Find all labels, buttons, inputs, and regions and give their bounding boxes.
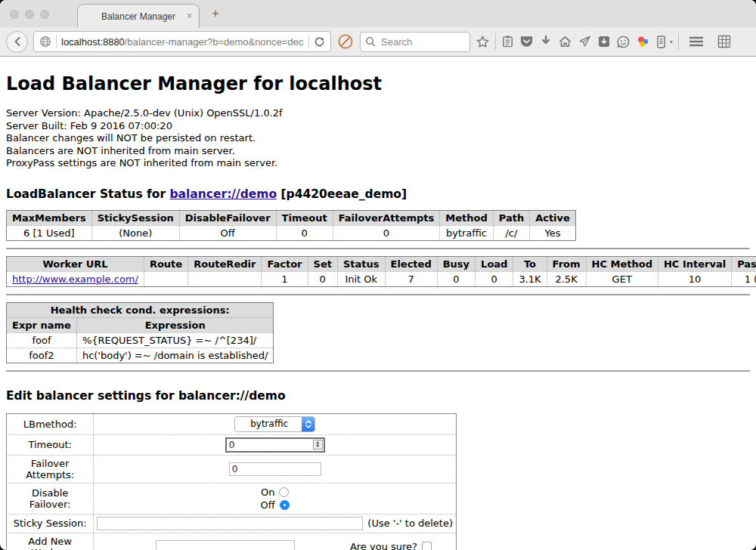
disable-failover-on-radio[interactable] [279, 487, 289, 497]
status-heading-prefix: LoadBalancer Status for [6, 187, 169, 201]
minimize-window-button[interactable] [25, 10, 34, 19]
page-title: Load Balancer Manager for localhost [6, 73, 750, 94]
balancer-demo-link[interactable]: balancer://demo [169, 187, 277, 201]
table-row: http://www.example.com/ 1 0 Init Ok 7 0 … [7, 271, 756, 286]
tracking-blocked-icon[interactable] [336, 32, 355, 51]
form-row-add-worker: Add New Worker: Are you sure? [7, 533, 457, 550]
chevron-down-icon[interactable]: ▾ [670, 39, 673, 45]
cell-expr-name: foof [7, 332, 77, 348]
number-spinner-icon[interactable]: ▲▼ [313, 440, 323, 450]
col-path: Path [493, 210, 529, 225]
persist-notice-line: Balancer changes will NOT be persisted o… [6, 132, 750, 145]
home-icon[interactable] [558, 35, 572, 48]
search-input[interactable] [380, 36, 465, 48]
site-identity-globe-icon[interactable] [39, 36, 51, 48]
are-you-sure-checkbox[interactable] [422, 542, 432, 550]
reading-list-icon[interactable] [501, 35, 514, 48]
form-row-disable-failover: Disable Failover: On Off [7, 483, 457, 514]
cell-active: Yes [530, 225, 576, 240]
col-set: Set [308, 256, 337, 271]
bookmark-star-icon[interactable] [476, 35, 490, 49]
failover-attempts-input[interactable] [229, 462, 321, 476]
close-window-button[interactable] [10, 10, 19, 19]
status-heading-suffix: [p4420eeae_demo] [277, 187, 407, 201]
colored-dots-extension-icon[interactable] [636, 35, 650, 49]
form-row-failover-attempts: Failover Attempts: [7, 455, 457, 483]
timeout-input[interactable] [225, 437, 325, 453]
search-bar[interactable] [360, 32, 470, 52]
back-button[interactable] [6, 31, 28, 53]
col-method: Method [440, 210, 493, 225]
col-elected: Elected [385, 256, 437, 271]
col-route: Route [144, 256, 187, 271]
col-hc-interval: HC Interval [658, 256, 731, 271]
lbmethod-selected-value: bytraffic [235, 419, 302, 429]
health-check-table: Health check cond. expressions: Expr nam… [6, 302, 274, 363]
reload-icon[interactable] [314, 36, 325, 48]
forum-smiley-icon[interactable] [616, 35, 631, 49]
col-factor: Factor [262, 256, 308, 271]
window-controls[interactable] [10, 10, 49, 19]
cell-method: bytraffic [440, 225, 493, 240]
cell-expression: %{REQUEST_STATUS} =~ /^[234]/ [76, 332, 274, 348]
sticky-session-input[interactable] [97, 517, 363, 530]
cell-expression: hc('body') =~ /domain is established/ [76, 348, 274, 363]
col-load: Load [476, 256, 513, 271]
save-to-device-icon[interactable] [597, 35, 611, 48]
server-info: Server Version: Apache/2.5.0-dev (Unix) … [6, 107, 750, 170]
sticky-session-note: (Use '-' to delete) [367, 518, 453, 529]
disable-failover-off-radio[interactable] [280, 500, 290, 510]
browser-window: Balancer Manager × + localhost:8880/bala… [0, 0, 756, 550]
loadbalancer-status-heading: LoadBalancer Status for balancer://demo … [6, 187, 750, 201]
downloads-icon[interactable] [539, 35, 553, 48]
col-failoverattempts: FailoverAttempts [333, 210, 440, 225]
cell-passes: 1 (0) [732, 271, 756, 286]
col-timeout: Timeout [276, 210, 333, 225]
col-expr-name: Expr name [7, 317, 77, 332]
cell-hc-method: GET [586, 271, 658, 286]
table-grid-extension-icon[interactable] [717, 34, 732, 49]
form-row-lbmethod: LBmethod: bytraffic [7, 413, 457, 434]
col-routeredir: RouteRedir [188, 256, 262, 271]
add-new-worker-input[interactable] [156, 540, 295, 550]
form-row-sticky-session: Sticky Session: (Use '-' to delete) [7, 514, 457, 533]
col-hc-method: HC Method [586, 256, 658, 271]
navigation-toolbar: localhost:8880/balancer-manager?b=demo&n… [0, 27, 756, 57]
tab-close-icon[interactable]: × [187, 11, 192, 21]
send-tab-icon[interactable] [578, 35, 592, 48]
cell-set: 0 [308, 271, 337, 286]
search-icon [365, 36, 376, 47]
menu-hamburger-icon[interactable] [689, 36, 704, 48]
worker-url-link[interactable]: http://www.example.com/ [12, 273, 138, 285]
cell-hc-interval: 10 [658, 271, 731, 286]
cell-route [144, 271, 187, 286]
url-text[interactable]: localhost:8880/balancer-manager?b=demo&n… [61, 36, 304, 48]
form-row-timeout: Timeout: ▲▼ [7, 434, 457, 455]
col-to: To [513, 256, 547, 271]
timeout-label: Timeout: [7, 434, 94, 455]
url-bar[interactable]: localhost:8880/balancer-manager?b=demo&n… [33, 31, 331, 52]
table-header-row: Expr name Expression [7, 317, 274, 332]
new-tab-button[interactable]: + [212, 6, 219, 21]
cell-timeout: 0 [276, 225, 333, 240]
table-row: foof2 hc('body') =~ /domain is establish… [7, 348, 274, 363]
cell-routeredir [188, 271, 262, 286]
col-from: From [547, 256, 586, 271]
cell-worker-url: http://www.example.com/ [7, 271, 144, 286]
col-status: Status [337, 256, 385, 271]
add-new-worker-label: Add New Worker: [7, 533, 94, 550]
zoom-window-button[interactable] [40, 10, 49, 19]
divider [6, 248, 750, 249]
edit-balancer-form: LBmethod: bytraffic Timeout: [6, 413, 457, 550]
cell-disablefailover: Off [179, 225, 276, 240]
lbmethod-select[interactable]: bytraffic [234, 416, 315, 432]
radio-on-label: On [261, 486, 274, 499]
health-table-title: Health check cond. expressions: [7, 302, 274, 317]
pocket-icon[interactable] [519, 35, 534, 48]
are-you-sure-label: Are you sure? [350, 541, 417, 550]
notes-extension-icon[interactable] [655, 35, 667, 49]
tab-balancer-manager[interactable]: Balancer Manager × [77, 4, 200, 28]
cell-elected: 7 [385, 271, 437, 286]
col-worker-url: Worker URL [7, 256, 144, 271]
col-passes: Passes [732, 256, 756, 271]
